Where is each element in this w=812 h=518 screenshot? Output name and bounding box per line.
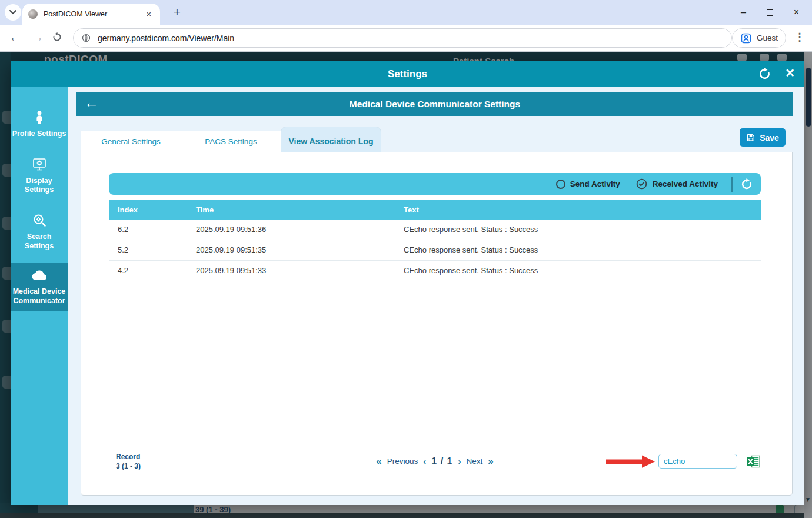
tab-pacs-settings[interactable]: PACS Settings bbox=[181, 131, 281, 152]
cell-time: 2025.09.19 09:51:35 bbox=[187, 240, 395, 260]
cell-text: CEcho response sent. Status : Success bbox=[395, 220, 761, 240]
cell-text: CEcho response sent. Status : Success bbox=[395, 261, 761, 281]
search-gear-icon bbox=[32, 212, 47, 228]
maximize-icon bbox=[767, 9, 773, 16]
table-header-row: Index Time Text bbox=[109, 200, 761, 220]
guest-avatar-icon bbox=[740, 32, 752, 44]
page-indicator: 1 / 1 bbox=[431, 456, 452, 467]
tab-view-association-log[interactable]: View Association Log bbox=[281, 127, 381, 152]
log-filter-input[interactable] bbox=[658, 454, 737, 469]
column-header-index: Index bbox=[109, 200, 187, 220]
browser-tab-strip: PostDICOM Viewer × + – × bbox=[0, 0, 812, 25]
window-close-button[interactable]: × bbox=[783, 3, 810, 22]
panel-header: ← Medical Device Communicator Settings bbox=[76, 92, 793, 116]
back-arrow-icon[interactable]: ← bbox=[84, 94, 99, 111]
tab-title: PostDICOM Viewer bbox=[44, 10, 144, 18]
received-activity-label: Received Activity bbox=[653, 180, 718, 188]
refresh-icon bbox=[758, 67, 771, 81]
next-page-button[interactable]: Next bbox=[466, 457, 482, 466]
sidebar-item-label: Profile Settings bbox=[12, 130, 66, 139]
tabs-row: General Settings PACS Settings View Asso… bbox=[81, 127, 793, 152]
device-communicator-content: ← Medical Device Communicator Settings G… bbox=[68, 87, 804, 505]
browser-tab[interactable]: PostDICOM Viewer × bbox=[22, 4, 160, 25]
url-text: germany.postdicom.com/Viewer/Main bbox=[98, 34, 234, 43]
modal-refresh-button[interactable] bbox=[758, 67, 771, 81]
sidebar-item-label: Search Settings bbox=[12, 233, 66, 251]
browser-toolbar: ← → germany.postdicom.com/Viewer/Main Gu… bbox=[0, 25, 812, 52]
association-log-table: Index Time Text 6.2 2025.09.19 09:51:36 … bbox=[109, 200, 761, 281]
activity-toggle-bar: Send Activity Received Activity bbox=[109, 173, 761, 195]
monitor-gear-icon bbox=[32, 157, 47, 172]
sidebar-item-profile-settings[interactable]: Profile Settings bbox=[11, 104, 68, 145]
excel-icon bbox=[746, 455, 761, 468]
first-page-icon[interactable]: « bbox=[376, 456, 381, 467]
tab-close-icon[interactable]: × bbox=[144, 9, 154, 19]
modal-close-button[interactable]: ✕ bbox=[785, 66, 795, 80]
column-header-time: Time bbox=[187, 200, 395, 220]
cell-time: 2025.09.19 09:51:33 bbox=[187, 261, 395, 281]
radio-unchecked-icon bbox=[556, 180, 565, 189]
send-activity-option[interactable]: Send Activity bbox=[556, 180, 620, 189]
settings-modal-title: Settings bbox=[11, 61, 804, 87]
person-icon bbox=[32, 109, 47, 125]
cell-text: CEcho response sent. Status : Success bbox=[395, 240, 761, 260]
next-page-icon[interactable]: › bbox=[458, 456, 461, 466]
save-button[interactable]: Save bbox=[740, 128, 786, 147]
profile-button[interactable]: Guest bbox=[732, 28, 786, 48]
cell-index: 4.2 bbox=[109, 261, 187, 281]
address-bar[interactable]: germany.postdicom.com/Viewer/Main bbox=[73, 28, 732, 48]
cell-index: 5.2 bbox=[109, 240, 187, 260]
sidebar-item-search-settings[interactable]: Search Settings bbox=[11, 207, 68, 257]
cloud-icon bbox=[31, 268, 48, 283]
cell-time: 2025.09.19 09:51:36 bbox=[187, 220, 395, 240]
tab-general-settings[interactable]: General Settings bbox=[81, 131, 181, 152]
sidebar-item-label: Display Settings bbox=[12, 177, 66, 195]
window-minimize-button[interactable]: – bbox=[730, 3, 757, 22]
divider bbox=[731, 177, 733, 192]
annotation-arrow-icon bbox=[605, 454, 655, 469]
export-excel-button[interactable] bbox=[746, 455, 761, 468]
app-page: postDICOM Patient Search 39 (1 - 39) ▼ S… bbox=[0, 52, 812, 518]
settings-modal: Settings ✕ Profile Settings Display Sett… bbox=[11, 61, 804, 505]
last-page-icon[interactable]: » bbox=[488, 456, 493, 467]
chevron-down-icon bbox=[9, 10, 16, 15]
cell-index: 6.2 bbox=[109, 220, 187, 240]
settings-sidebar: Profile Settings Display Settings Search… bbox=[11, 87, 68, 505]
table-row[interactable]: 5.2 2025.09.19 09:51:35 CEcho response s… bbox=[109, 240, 761, 261]
save-button-label: Save bbox=[760, 133, 779, 142]
send-activity-label: Send Activity bbox=[570, 180, 620, 188]
previous-page-button[interactable]: Previous bbox=[387, 457, 418, 466]
settings-modal-titlebar: Settings ✕ bbox=[11, 61, 804, 87]
column-header-text: Text bbox=[395, 200, 761, 220]
new-tab-button[interactable]: + bbox=[169, 5, 185, 20]
sidebar-item-medical-device-communicator[interactable]: Medical Device Communicator bbox=[11, 263, 68, 311]
reload-icon bbox=[52, 32, 62, 42]
forward-button[interactable]: → bbox=[29, 30, 46, 44]
site-favicon bbox=[28, 9, 38, 19]
log-refresh-button[interactable] bbox=[740, 178, 753, 191]
profile-label: Guest bbox=[757, 34, 778, 42]
refresh-icon bbox=[740, 178, 753, 191]
radio-checked-icon bbox=[635, 178, 648, 190]
browser-menu-button[interactable]: ⋮ bbox=[794, 31, 805, 44]
panel-header-title: Medical Device Communicator Settings bbox=[76, 92, 793, 116]
back-button[interactable]: ← bbox=[7, 30, 24, 44]
sidebar-item-display-settings[interactable]: Display Settings bbox=[11, 151, 68, 201]
window-maximize-button[interactable] bbox=[757, 3, 783, 22]
previous-page-icon[interactable]: ‹ bbox=[423, 456, 426, 466]
site-info-globe-icon[interactable] bbox=[81, 33, 91, 43]
table-footer: Record 3 (1 - 3) « Previous ‹ 1 / 1 › Ne… bbox=[109, 449, 761, 473]
reload-button[interactable] bbox=[52, 32, 68, 42]
received-activity-option[interactable]: Received Activity bbox=[635, 178, 718, 190]
sidebar-item-label: Medical Device Communicator bbox=[12, 287, 66, 306]
tab-search-button[interactable] bbox=[5, 4, 21, 21]
save-floppy-icon bbox=[746, 133, 756, 142]
table-row[interactable]: 6.2 2025.09.19 09:51:36 CEcho response s… bbox=[109, 220, 761, 240]
table-row[interactable]: 4.2 2025.09.19 09:51:33 CEcho response s… bbox=[109, 261, 761, 281]
association-log-panel: Send Activity Received Activity bbox=[81, 152, 793, 496]
